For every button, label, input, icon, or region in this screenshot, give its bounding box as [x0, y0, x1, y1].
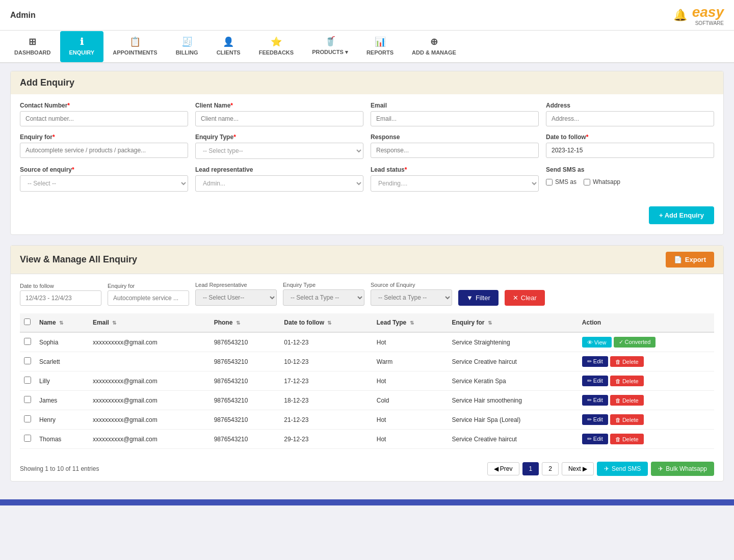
lead-status-select[interactable]: Pending.... — [371, 175, 539, 192]
source-required: * — [72, 166, 74, 173]
date-to-follow-input[interactable] — [546, 143, 714, 158]
row-checkbox[interactable] — [24, 415, 31, 422]
th-date: Date to follow ⇅ — [280, 313, 372, 332]
delete-button[interactable]: 🗑 Delete — [610, 376, 644, 386]
nav-addmanage[interactable]: ⊕ ADD & MANAGE — [403, 31, 465, 62]
contact-number-input[interactable] — [20, 111, 188, 126]
name-sort-icon[interactable]: ⇅ — [59, 320, 63, 326]
filter-icon: ▼ — [466, 294, 473, 302]
nav-products[interactable]: 🥤 PRODUCTS ▾ — [303, 31, 357, 62]
prev-button[interactable]: ◀ Prev — [487, 462, 519, 475]
page-1-button[interactable]: 1 — [522, 462, 539, 475]
email-input[interactable] — [371, 111, 539, 126]
add-enquiry-title: Add Enquiry — [20, 77, 74, 88]
nav-clients-label: CLIENTS — [217, 49, 241, 56]
nav-dashboard[interactable]: ⊞ DASHBOARD — [5, 31, 60, 62]
th-phone: Phone ⇅ — [210, 313, 280, 332]
lead-status-required: * — [405, 166, 407, 173]
sms-as-label: SMS as — [555, 178, 576, 185]
row-name: Scarlett — [35, 352, 89, 371]
whatsapp-checkbox[interactable] — [584, 179, 590, 185]
reports-icon: 📊 — [375, 36, 386, 47]
lead-type-sort-icon[interactable]: ⇅ — [410, 320, 414, 326]
filter-row: Date to follow Enquiry for Lead Represen… — [11, 274, 723, 313]
bulk-whatsapp-label: Bulk Whatsapp — [666, 465, 707, 472]
view-manage-header: View & Manage All Enquiry 📄 Export — [11, 246, 723, 274]
edit-button[interactable]: ✏ Edit — [582, 414, 608, 425]
export-button[interactable]: 📄 Export — [666, 252, 714, 268]
row-checkbox[interactable] — [24, 435, 31, 442]
nav-billing[interactable]: 🧾 BILLING — [167, 31, 207, 62]
view-button[interactable]: 👁 View — [582, 337, 612, 348]
row-name: Lilly — [35, 371, 89, 391]
response-label: Response — [371, 134, 539, 141]
row-checkbox[interactable] — [24, 377, 31, 384]
email-sort-icon[interactable]: ⇅ — [112, 320, 116, 326]
edit-button[interactable]: ✏ Edit — [582, 376, 608, 386]
bell-icon[interactable]: 🔔 — [673, 9, 687, 22]
converted-button[interactable]: ✓ Converted — [614, 337, 656, 348]
whatsapp-option[interactable]: Whatsapp — [584, 178, 620, 185]
check-all-checkbox[interactable] — [24, 318, 31, 325]
filter-label: Filter — [476, 294, 490, 302]
row-action: ✏ Edit🗑 Delete — [578, 430, 714, 449]
date-sort-icon[interactable]: ⇅ — [327, 320, 331, 326]
row-checkbox[interactable] — [24, 396, 31, 403]
nav-billing-label: BILLING — [176, 49, 198, 56]
filter-lead-rep-select[interactable]: -- Select User-- — [195, 289, 277, 306]
delete-button[interactable]: 🗑 Delete — [610, 395, 644, 406]
filter-enquiry-type-select[interactable]: -- Select a Type -- — [283, 289, 364, 306]
clear-icon: ✕ — [513, 294, 518, 302]
whatsapp-label: Whatsapp — [593, 178, 620, 185]
bulk-whatsapp-button[interactable]: ✈ Bulk Whatsapp — [651, 462, 714, 476]
nav-clients[interactable]: 👤 CLIENTS — [207, 31, 250, 62]
lead-rep-select[interactable]: Admin... — [195, 175, 363, 192]
enquiry-type-select[interactable]: -- Select type-- — [195, 143, 363, 159]
filter-source-label: Source of Enquiry — [371, 282, 452, 288]
top-header: Admin 🔔 easy SOFTWARE — [0, 0, 734, 31]
nav-appointments[interactable]: 📋 APPOINTMENTS — [103, 31, 166, 62]
row-checkbox[interactable] — [24, 338, 31, 345]
delete-button[interactable]: 🗑 Delete — [610, 356, 644, 367]
row-checkbox[interactable] — [24, 357, 31, 364]
nav-dashboard-label: DASHBOARD — [14, 49, 51, 56]
pagination-info: Showing 1 to 10 of 11 entries — [20, 465, 99, 472]
th-name: Name ⇅ — [35, 313, 89, 332]
nav-enquiry[interactable]: ℹ ENQUIRY — [60, 31, 104, 62]
date-required: * — [586, 134, 589, 141]
next-button[interactable]: Next ▶ — [562, 462, 594, 475]
edit-button[interactable]: ✏ Edit — [582, 395, 608, 406]
row-lead-type: Hot — [373, 371, 448, 391]
enquiry-for-input[interactable] — [20, 143, 188, 158]
filter-date-input[interactable] — [20, 290, 101, 306]
nav-feedbacks[interactable]: ⭐ FEEDBACKS — [250, 31, 303, 62]
send-sms-button[interactable]: ✈ Send SMS — [597, 462, 648, 476]
clear-button[interactable]: ✕ Clear — [505, 290, 545, 306]
page-2-button[interactable]: 2 — [542, 462, 559, 475]
delete-button[interactable]: 🗑 Delete — [610, 434, 644, 444]
edit-button[interactable]: ✏ Edit — [582, 356, 608, 367]
sms-as-option[interactable]: SMS as — [546, 178, 576, 185]
row-email: xxxxxxxxxx@gmail.com — [89, 410, 210, 430]
response-input[interactable] — [371, 143, 539, 158]
address-input[interactable] — [546, 111, 714, 126]
nav-appointments-label: APPOINTMENTS — [113, 49, 157, 56]
source-enquiry-select[interactable]: -- Select -- — [20, 175, 188, 192]
send-sms-options: SMS as Whatsapp — [546, 178, 714, 185]
row-check-col — [20, 410, 35, 430]
lead-status-label: Lead status* — [371, 166, 539, 173]
delete-button[interactable]: 🗑 Delete — [610, 414, 644, 425]
filter-button[interactable]: ▼ Filter — [458, 290, 499, 306]
edit-button[interactable]: ✏ Edit — [582, 434, 608, 444]
add-enquiry-button[interactable]: + Add Enquiry — [649, 206, 714, 224]
enquiry-for-sort-icon[interactable]: ⇅ — [488, 320, 492, 326]
client-name-input[interactable] — [195, 111, 363, 126]
filter-enquiry-for-input[interactable] — [108, 290, 189, 306]
table-row: Thomas xxxxxxxxxx@gmail.com 9876543210 2… — [20, 430, 714, 449]
phone-sort-icon[interactable]: ⇅ — [236, 320, 240, 326]
sms-as-checkbox[interactable] — [546, 179, 553, 185]
table-row: Scarlett 9876543210 10-12-23 Warm Servic… — [20, 352, 714, 371]
nav-reports[interactable]: 📊 REPORTS — [357, 31, 403, 62]
filter-source-select[interactable]: -- Select a Type -- — [371, 289, 452, 306]
row-enquiry-for: Service Keratin Spa — [448, 371, 578, 391]
